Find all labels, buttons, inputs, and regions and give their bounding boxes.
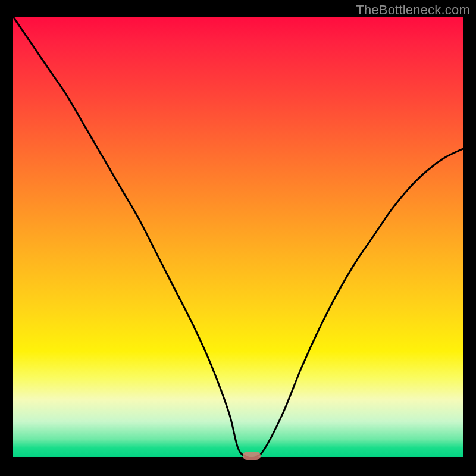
chart-frame: TheBottleneck.com xyxy=(0,0,476,476)
optimal-marker xyxy=(243,452,261,460)
plot-area xyxy=(13,17,463,457)
watermark-text: TheBottleneck.com xyxy=(356,2,470,18)
bottleneck-curve xyxy=(13,17,463,457)
